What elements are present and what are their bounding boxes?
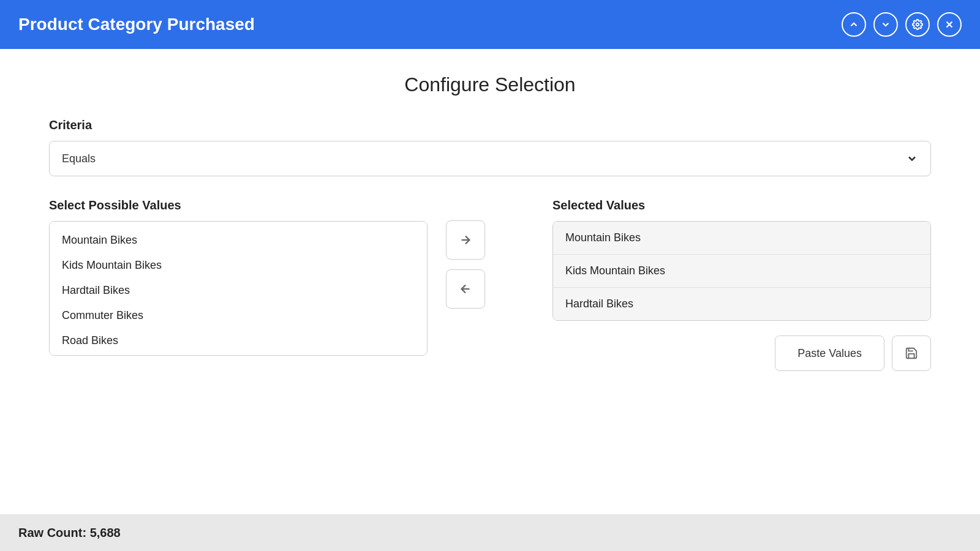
header-icon-group [842, 12, 962, 37]
list-item[interactable]: Mountain Bikes [553, 222, 930, 255]
move-left-button[interactable] [446, 269, 485, 309]
possible-values-list[interactable]: Mountain BikesKids Mountain BikesHardtai… [49, 221, 428, 356]
possible-values-section: Select Possible Values Mountain BikesKid… [49, 198, 428, 356]
page-title: Product Category Purchased [18, 15, 255, 34]
action-buttons: Paste Values [552, 335, 931, 371]
selected-values-label: Selected Values [552, 198, 931, 212]
footer: Raw Count: 5,688 [0, 514, 980, 551]
list-item[interactable]: Kids Mountain Bikes [553, 255, 930, 288]
move-right-button[interactable] [446, 220, 485, 260]
header: Product Category Purchased [0, 0, 980, 49]
settings-button[interactable] [905, 12, 930, 37]
transfer-buttons [428, 220, 503, 309]
possible-values-label: Select Possible Values [49, 198, 428, 212]
list-item[interactable]: Kids Mountain Bikes [50, 253, 427, 278]
selected-values-list[interactable]: Mountain BikesKids Mountain BikesHardtai… [552, 221, 931, 321]
list-item[interactable]: Mountain Bikes [50, 228, 427, 253]
values-columns: Select Possible Values Mountain BikesKid… [49, 198, 931, 371]
list-item[interactable]: Hardtail Bikes [553, 288, 930, 320]
paste-values-button[interactable]: Paste Values [775, 335, 884, 371]
save-button[interactable] [892, 335, 931, 371]
close-button[interactable] [937, 12, 962, 37]
criteria-label: Criteria [49, 118, 931, 132]
list-item[interactable]: Triathlon Bikes [50, 353, 427, 356]
configure-selection-title: Configure Selection [49, 73, 931, 96]
chevron-down-button[interactable] [873, 12, 898, 37]
raw-count-label: Raw Count: 5,688 [18, 526, 121, 540]
main-content: Configure Selection Criteria Equals Not … [0, 49, 980, 514]
criteria-section: Criteria Equals Not Equals Contains Star… [49, 118, 931, 198]
list-item[interactable]: Road Bikes [50, 328, 427, 353]
list-item[interactable]: Hardtail Bikes [50, 278, 427, 303]
list-item[interactable]: Commuter Bikes [50, 303, 427, 328]
svg-point-0 [916, 23, 919, 26]
selected-values-section: Selected Values Mountain BikesKids Mount… [552, 198, 931, 371]
chevron-up-button[interactable] [842, 12, 866, 37]
criteria-dropdown[interactable]: Equals Not Equals Contains Starts With E… [49, 141, 931, 176]
